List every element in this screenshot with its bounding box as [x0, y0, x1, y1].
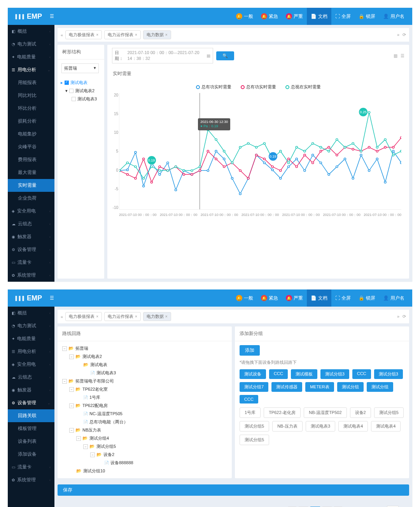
sb-safety[interactable]: ◈安全用电‹	[8, 205, 54, 218]
top-general[interactable]: 🔔一般	[232, 8, 257, 25]
sb-sim[interactable]: ▭流量卡‹	[8, 256, 54, 269]
device-tag[interactable]: 测试分组5	[240, 435, 269, 445]
refresh-icon[interactable]: ⟳	[402, 32, 406, 37]
sb-safety[interactable]: ◈安全用电‹	[8, 358, 54, 371]
sb-usage-analysis[interactable]: ☰用电分析⌄	[8, 63, 54, 76]
checkbox[interactable]	[69, 89, 74, 93]
device-tag[interactable]: 测试分组5	[374, 407, 404, 418]
save-button[interactable]: 保存	[58, 484, 409, 496]
top-docs[interactable]: 📄文档	[307, 8, 331, 25]
tab-2[interactable]: 电力运作报表×	[104, 312, 141, 321]
top-lock[interactable]: 🔒锁屏	[355, 289, 379, 307]
tree-node[interactable]: 📄设备888888	[62, 459, 227, 467]
collapse-icon[interactable]: −	[76, 436, 81, 441]
tree-node-3[interactable]: 测试电表3	[61, 95, 101, 103]
tree-node[interactable]: −📂TP622配电房	[62, 402, 227, 410]
close-icon[interactable]: ×	[135, 314, 137, 319]
device-tag[interactable]: CCC	[352, 369, 371, 379]
tree-node[interactable]: −📂设备2	[62, 451, 227, 459]
sidebar-child[interactable]: 损耗分析	[8, 115, 54, 128]
device-tag[interactable]: 测试分组	[337, 382, 364, 392]
device-tag[interactable]: 测试电表4	[371, 421, 401, 432]
device-tag[interactable]: 测试传感器	[271, 382, 302, 392]
sidebar-child[interactable]: 模板管理	[8, 422, 54, 435]
tree-root-select[interactable]: 拓普瑞▾	[61, 63, 99, 73]
tree-node[interactable]: −📂TP622老化室	[62, 385, 227, 393]
device-tag[interactable]: 测试分组3	[374, 369, 403, 379]
sidebar-child[interactable]: 尖峰平谷	[8, 140, 54, 153]
tree-node[interactable]: 📂测试电表	[62, 361, 227, 369]
close-icon[interactable]: ×	[96, 314, 98, 319]
top-user[interactable]: 👤用户名	[379, 8, 408, 25]
tree-node[interactable]: −📂拓普瑞电子有限公司	[62, 377, 227, 385]
tree-node-1[interactable]: ▸测试电表	[61, 79, 101, 87]
tree-node[interactable]: 📄测试电表3	[62, 369, 227, 377]
list-icon[interactable]: ☰	[401, 53, 404, 58]
sb-system[interactable]: ✿系统管理‹	[8, 269, 54, 282]
sb-cloud[interactable]: ☁云组态‹	[8, 218, 54, 230]
sidebar-child[interactable]: 同比对比	[8, 89, 54, 102]
sidebar-child[interactable]: 用能报表	[8, 76, 54, 89]
top-user[interactable]: 👤用户名	[379, 289, 408, 307]
device-tag[interactable]: NB-温湿度TP502	[304, 407, 346, 418]
sb-power-quality[interactable]: ✦电能质量‹	[8, 332, 54, 345]
tab-2[interactable]: 电力运作报表×	[104, 30, 141, 39]
sb-trigger[interactable]: ◉触发器‹	[8, 230, 54, 243]
tree-node[interactable]: 📄总有功电能（两台）	[62, 418, 227, 426]
menu-toggle-icon[interactable]: ☰	[50, 14, 54, 19]
device-tag[interactable]: 测试设备	[240, 369, 266, 379]
tab-3[interactable]: 电力数据×	[143, 30, 171, 39]
date-range-input[interactable]: 日期： 2021-07-10 00：00：00---2021-07-20 14：…	[112, 48, 213, 63]
sidebar-child[interactable]: 设备列表	[8, 435, 54, 448]
close-icon[interactable]: ×	[165, 314, 168, 319]
sb-power-test[interactable]: ◔电力测试‹	[8, 38, 54, 51]
device-tag[interactable]: NB-压力表	[272, 421, 303, 432]
refresh-icon[interactable]: ⟳	[402, 314, 406, 319]
sb-usage-analysis[interactable]: ☰用电分析‹	[8, 345, 54, 358]
top-general[interactable]: 🔔一般	[232, 289, 257, 307]
tab-3[interactable]: 电力数据×	[143, 312, 171, 321]
tabs-prev-icon[interactable]: «	[61, 314, 63, 319]
tree-node[interactable]: −📂拓普瑞	[62, 344, 227, 353]
sidebar-child[interactable]: 企业负荷	[8, 192, 54, 205]
device-tag[interactable]: 设备2	[350, 407, 371, 418]
device-tag[interactable]: CCC	[240, 395, 258, 403]
tree-node-2[interactable]: ▾测试电表2	[61, 87, 101, 95]
tree-node[interactable]: −📂NB压力表	[62, 426, 227, 434]
sb-overview[interactable]: ◧概括‹	[8, 307, 54, 319]
sb-cloud[interactable]: ☁云组态‹	[8, 371, 54, 384]
top-serious[interactable]: 🔔严重	[282, 8, 307, 25]
collapse-icon[interactable]: −	[69, 428, 74, 433]
sidebar-child[interactable]: 费用报表	[8, 153, 54, 166]
tabs-next-icon[interactable]: »	[397, 314, 399, 319]
device-tag[interactable]: CCC	[269, 369, 288, 379]
sb-system[interactable]: ✿系统管理‹	[8, 474, 54, 486]
sidebar-child[interactable]: 实时需量	[8, 179, 54, 192]
top-urgent[interactable]: 🔔紧急	[257, 289, 282, 307]
top-urgent[interactable]: 🔔紧急	[257, 8, 282, 25]
device-tag[interactable]: 测试模板	[291, 369, 317, 379]
sb-device[interactable]: ⚙设备管理‹	[8, 243, 54, 256]
sb-overview[interactable]: ◧概括‹	[8, 25, 54, 38]
collapse-icon[interactable]: −	[62, 346, 67, 351]
device-tag[interactable]: 测试分组7	[240, 382, 268, 392]
close-icon[interactable]: ×	[165, 33, 168, 37]
collapse-icon[interactable]: −	[69, 387, 74, 392]
add-button[interactable]: 添加	[240, 345, 260, 356]
menu-toggle-icon[interactable]: ☰	[50, 295, 54, 301]
collapse-icon[interactable]: −	[83, 444, 88, 449]
sidebar-child[interactable]: 环比分析	[8, 102, 54, 115]
sidebar-child[interactable]: 电能集抄	[8, 128, 54, 140]
top-serious[interactable]: 🔔严重	[282, 289, 307, 307]
sb-power-test[interactable]: ◔电力测试‹	[8, 319, 54, 332]
device-tag[interactable]: METER表	[305, 382, 334, 392]
tree-node[interactable]: −📂测试电表2	[62, 353, 227, 361]
close-icon[interactable]: ×	[96, 33, 98, 37]
sidebar-child[interactable]: 最大需量	[8, 166, 54, 179]
top-docs[interactable]: 📄文档	[307, 289, 331, 307]
tree-node[interactable]: 📂测试分组10	[62, 467, 227, 475]
checkbox[interactable]	[72, 97, 76, 101]
device-tag[interactable]: 测试分组5	[240, 421, 269, 432]
device-tag[interactable]: 1号库	[240, 407, 261, 418]
top-lock[interactable]: 🔒锁屏	[355, 8, 379, 25]
